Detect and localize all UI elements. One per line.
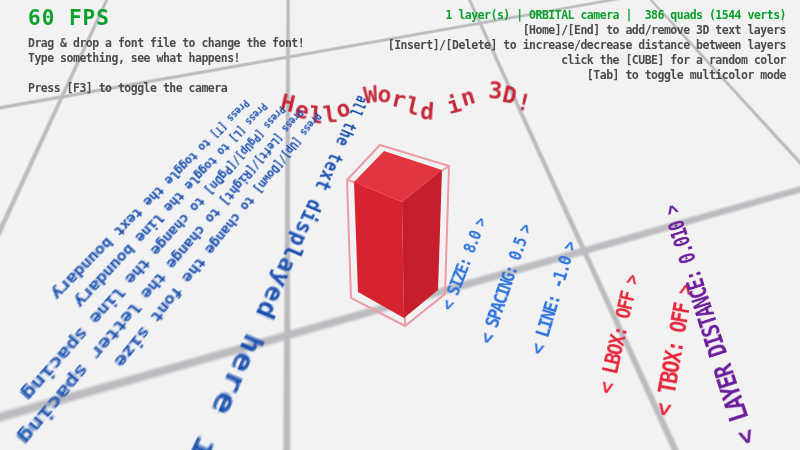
hint-multicolor-mode: [Tab] to toggle multicolor mode — [388, 68, 786, 83]
cube-left-face — [354, 182, 404, 318]
hud-top-right: 1 layer(s) | ORBITAL camera | 386 quads … — [388, 8, 786, 83]
hint-toggle-camera: Press [F3] to toggle the camera — [28, 81, 304, 96]
status-bar: 1 layer(s) | ORBITAL camera | 386 quads … — [388, 8, 786, 23]
hint-type-something: Type something, see what happens! — [28, 51, 304, 66]
hint-layer-distance-keys: [Insert]/[Delete] to increase/decrease d… — [388, 38, 786, 53]
fps-counter: 60 FPS — [28, 6, 304, 30]
hud-spacer-line — [28, 66, 304, 81]
hint-drag-drop-font: Drag & drop a font file to change the fo… — [28, 36, 304, 51]
orbital-3d-viewport[interactable]: Hello World in 3D! all the text displaye… — [0, 0, 800, 450]
hint-cube-random-color: click the [CUBE] for a random color — [388, 53, 786, 68]
hud-top-left: 60 FPS Drag & drop a font file to change… — [28, 6, 304, 96]
hint-add-remove-layers: [Home]/[End] to add/remove 3D text layer… — [388, 23, 786, 38]
